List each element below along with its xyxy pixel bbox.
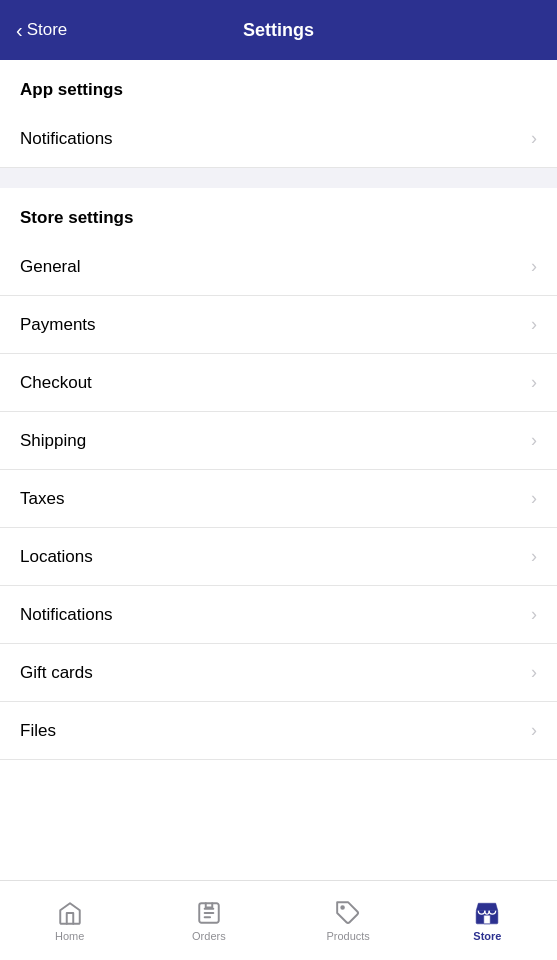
chevron-right-icon: ›	[531, 546, 537, 567]
tab-store[interactable]: Store	[418, 881, 557, 960]
locations-label: Locations	[20, 547, 93, 567]
chevron-right-icon: ›	[531, 662, 537, 683]
chevron-right-icon: ›	[531, 488, 537, 509]
back-chevron-icon: ‹	[16, 20, 23, 40]
orders-icon	[196, 900, 222, 926]
taxes-item[interactable]: Taxes ›	[0, 470, 557, 528]
tab-products[interactable]: Products	[279, 881, 418, 960]
back-label: Store	[27, 20, 68, 40]
tab-home-label: Home	[55, 930, 84, 942]
tab-home[interactable]: Home	[0, 881, 139, 960]
notifications-store-label: Notifications	[20, 605, 113, 625]
chevron-right-icon: ›	[531, 128, 537, 149]
content: App settings Notifications › Store setti…	[0, 60, 557, 840]
page-title: Settings	[243, 20, 314, 41]
checkout-label: Checkout	[20, 373, 92, 393]
files-item[interactable]: Files ›	[0, 702, 557, 760]
chevron-right-icon: ›	[531, 256, 537, 277]
tab-bar: Home Orders Products Store	[0, 880, 557, 960]
gift-cards-label: Gift cards	[20, 663, 93, 683]
products-icon	[335, 900, 361, 926]
svg-point-1	[341, 906, 344, 909]
taxes-label: Taxes	[20, 489, 64, 509]
section-divider	[0, 168, 557, 188]
tab-orders[interactable]: Orders	[139, 881, 278, 960]
store-icon	[474, 900, 500, 926]
gift-cards-item[interactable]: Gift cards ›	[0, 644, 557, 702]
general-item[interactable]: General ›	[0, 238, 557, 296]
locations-item[interactable]: Locations ›	[0, 528, 557, 586]
tab-products-label: Products	[326, 930, 369, 942]
general-label: General	[20, 257, 80, 277]
tab-store-label: Store	[473, 930, 501, 942]
app-settings-section: App settings Notifications ›	[0, 60, 557, 168]
app-settings-title: App settings	[0, 60, 557, 110]
back-button[interactable]: ‹ Store	[16, 20, 67, 40]
payments-item[interactable]: Payments ›	[0, 296, 557, 354]
payments-label: Payments	[20, 315, 96, 335]
header: ‹ Store Settings	[0, 0, 557, 60]
notifications-store-item[interactable]: Notifications ›	[0, 586, 557, 644]
checkout-item[interactable]: Checkout ›	[0, 354, 557, 412]
tab-orders-label: Orders	[192, 930, 226, 942]
shipping-label: Shipping	[20, 431, 86, 451]
home-icon	[57, 900, 83, 926]
store-settings-title: Store settings	[0, 188, 557, 238]
store-settings-section: Store settings General › Payments › Chec…	[0, 188, 557, 760]
chevron-right-icon: ›	[531, 720, 537, 741]
notifications-app-label: Notifications	[20, 129, 113, 149]
shipping-item[interactable]: Shipping ›	[0, 412, 557, 470]
chevron-right-icon: ›	[531, 604, 537, 625]
notifications-app-item[interactable]: Notifications ›	[0, 110, 557, 168]
chevron-right-icon: ›	[531, 314, 537, 335]
files-label: Files	[20, 721, 56, 741]
chevron-right-icon: ›	[531, 372, 537, 393]
svg-rect-3	[484, 915, 491, 924]
chevron-right-icon: ›	[531, 430, 537, 451]
